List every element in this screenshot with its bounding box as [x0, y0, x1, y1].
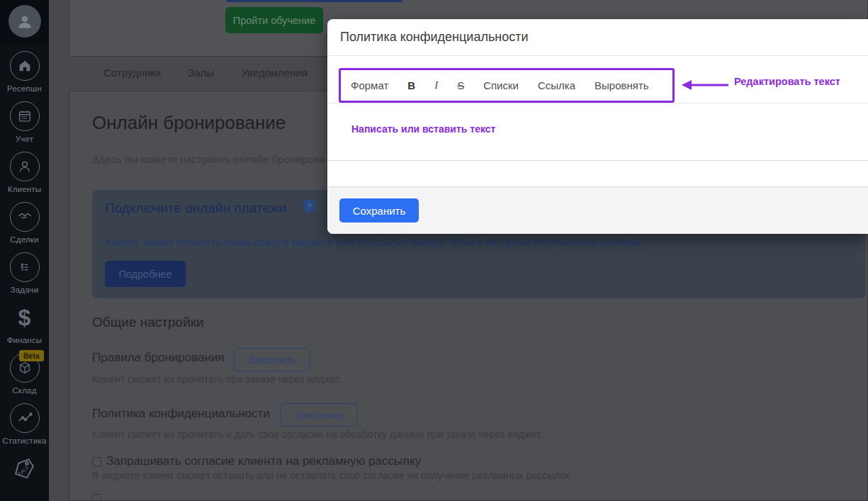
- sidebar-item-deals[interactable]: Сделки: [0, 198, 49, 248]
- sidebar-item-label: Ресепшн: [7, 84, 42, 93]
- settings-tabs: Сотрудники Залы Уведомления: [69, 60, 352, 85]
- marketing-consent-description: В виджете клиент сможет оставить или не …: [92, 470, 573, 481]
- annotation-label: Редактировать текст: [734, 76, 840, 87]
- calendar-icon: [10, 101, 40, 131]
- sidebar-item-label: Финансы: [7, 336, 43, 344]
- tab-halls[interactable]: Залы: [188, 67, 214, 79]
- beta-badge: Beta: [19, 350, 44, 361]
- sidebar-item-finance[interactable]: $ Финансы: [0, 298, 49, 349]
- svg-text:SALE: SALE: [17, 464, 30, 477]
- sidebar-item-tasks[interactable]: Задачи: [0, 248, 49, 298]
- sidebar-item-sale[interactable]: SALE: [0, 449, 49, 492]
- home-icon: [10, 51, 40, 81]
- sidebar: Ресепшн Учет: [0, 0, 49, 501]
- annotation-highlight-box: [339, 68, 675, 103]
- fill-button-label: Заполнить: [295, 410, 344, 421]
- promo-details-button[interactable]: Подробнее: [105, 261, 186, 287]
- handshake-icon: [10, 202, 40, 232]
- annotation-arrow-icon: [680, 77, 730, 93]
- avatar-block[interactable]: [0, 0, 49, 44]
- sidebar-item-label: Учет: [16, 135, 33, 143]
- marketing-consent-checkbox[interactable]: [92, 457, 101, 466]
- sidebar-item-label: Задачи: [11, 286, 39, 294]
- sidebar-nav: Ресепшн Учет: [0, 47, 49, 492]
- checkbox-partial[interactable]: [92, 494, 101, 501]
- sidebar-item-label: Клиенты: [8, 185, 42, 193]
- modal-title: Политика конфиденциальности: [340, 30, 529, 45]
- tab-employees[interactable]: Сотрудники: [103, 67, 161, 79]
- training-button-label: Пройти обучение: [233, 15, 316, 26]
- sidebar-item-reception[interactable]: Ресепшн: [0, 47, 49, 97]
- sidebar-item-label: Склад: [12, 386, 36, 395]
- app-screen: Ресепшн Учет: [0, 0, 868, 501]
- clients-icon: [10, 152, 40, 181]
- help-icon[interactable]: ?: [303, 200, 315, 212]
- booking-rules-fill-button[interactable]: Заполнить: [234, 348, 310, 371]
- sidebar-item-statistics[interactable]: Статистика: [0, 399, 49, 449]
- sidebar-item-label: Сделки: [10, 235, 38, 244]
- privacy-policy-description: Клиент сможет их прочитать и дать своё с…: [92, 429, 542, 440]
- privacy-policy-fill-button[interactable]: Заполнить: [281, 403, 357, 427]
- user-avatar-icon: [16, 12, 34, 30]
- fill-button-label: Заполнить: [248, 354, 297, 366]
- save-button-label: Сохранить: [353, 205, 406, 217]
- finance-icon: $: [10, 303, 40, 332]
- sale-tag-icon: SALE: [10, 456, 40, 485]
- promo-title: Подключите онлайн платежи: [105, 201, 286, 216]
- general-settings-title: Общие настройки: [92, 315, 204, 330]
- page-intro: Здесь вы можете настроить онлайн брониро…: [92, 153, 325, 165]
- tab-notifications[interactable]: Уведомления: [241, 67, 308, 79]
- top-cutoff-button: [227, 0, 402, 2]
- training-button[interactable]: Пройти обучение: [225, 7, 323, 33]
- sidebar-item-warehouse[interactable]: Beta Склад: [0, 349, 49, 399]
- booking-rules-label: Правила бронирования: [92, 351, 225, 365]
- stats-icon: [10, 403, 40, 433]
- sidebar-item-accounting[interactable]: Учет: [0, 97, 49, 147]
- sidebar-item-label: Статистика: [2, 437, 46, 445]
- booking-rules-description: Клиент сможет их прочитать при заказе че…: [92, 373, 342, 385]
- modal-divider: [327, 55, 868, 56]
- page-title: Онлайн бронирование: [92, 112, 286, 134]
- avatar[interactable]: [9, 5, 41, 38]
- promo-details-label: Подробнее: [118, 269, 171, 280]
- promo-text: Клиент может оплатить заказ сразу в видж…: [105, 236, 643, 248]
- save-button[interactable]: Сохранить: [339, 198, 419, 223]
- privacy-policy-label: Политика конфиденциальности: [92, 407, 270, 421]
- marketing-consent-label: Запрашивать согласие клиента на рекламну…: [106, 454, 421, 468]
- tasks-icon: [10, 252, 40, 282]
- sidebar-item-clients[interactable]: Клиенты: [0, 147, 49, 198]
- editor-placeholder: Написать или вставить текст: [351, 123, 495, 135]
